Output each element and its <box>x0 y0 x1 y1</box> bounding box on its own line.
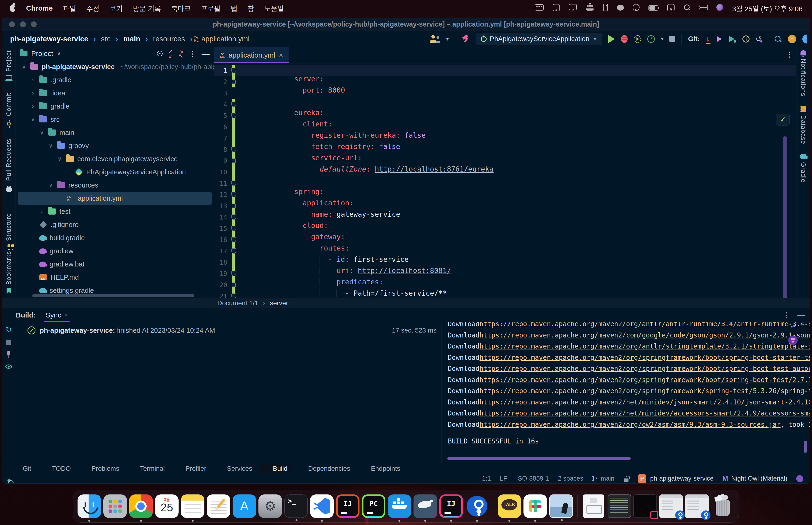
gutter-icon[interactable] <box>231 181 236 186</box>
status-icon[interactable] <box>535 4 544 12</box>
menu-item[interactable]: 수정 <box>87 3 99 13</box>
tree-chevron-icon[interactable]: ∨ <box>39 129 45 136</box>
tool-window-button[interactable]: Services <box>213 464 256 473</box>
breadcrumb-item[interactable]: main <box>123 35 140 43</box>
dock-app-icon[interactable] <box>549 494 573 518</box>
tool-window-button[interactable]: Profiler <box>172 464 211 473</box>
project-horizontal-scrollbar[interactable] <box>32 294 194 297</box>
tool-stripe-gradle[interactable]: Gradle <box>799 154 807 183</box>
unlock-icon[interactable] <box>623 476 629 482</box>
gutter-icon[interactable] <box>231 237 236 242</box>
pin-icon[interactable] <box>6 351 11 358</box>
tree-chevron-icon[interactable]: ∨ <box>57 155 63 162</box>
status-icon[interactable] <box>700 4 707 12</box>
dock-app-icon[interactable] <box>608 494 631 518</box>
menu-item[interactable]: 북마크 <box>171 3 191 13</box>
dock-app-icon[interactable] <box>465 494 489 518</box>
breadcrumb-file[interactable]: application.yml <box>201 35 249 43</box>
locate-file-button[interactable] <box>157 51 163 56</box>
dock-app-icon[interactable]: ⚙ <box>258 494 282 518</box>
document-indicator[interactable]: Document 1/1 <box>217 299 258 307</box>
build-status-project[interactable]: ph-apigateway-service: <box>40 327 115 334</box>
scroll-to-end-button[interactable] <box>788 335 798 345</box>
download-url-link[interactable]: https://repo.maven.apache.org/maven2/org… <box>479 365 810 373</box>
close-tab-icon[interactable]: × <box>65 311 68 319</box>
notification-dot[interactable] <box>796 475 803 482</box>
gutter-icon[interactable] <box>231 214 236 220</box>
status-icon[interactable] <box>569 4 577 13</box>
project-tree-row[interactable]: ∨ com.eleven.phapigatewayservice <box>18 152 212 165</box>
git-update-button[interactable]: ↓ <box>706 35 709 43</box>
menu-item[interactable]: 탭 <box>231 3 237 13</box>
menu-item[interactable]: 방문 기록 <box>133 3 161 13</box>
tree-chevron-icon[interactable]: › <box>30 103 36 109</box>
project-tree-row[interactable]: gradlew.bat <box>18 258 212 271</box>
download-url-link[interactable]: https://repo.maven.apache.org/maven2/org… <box>479 322 810 328</box>
dock-app-icon[interactable] <box>685 494 709 518</box>
dock-app-icon[interactable] <box>577 495 578 518</box>
dock-app-icon[interactable]: >_ <box>284 494 308 518</box>
menu-item[interactable]: 프로필 <box>201 3 220 13</box>
dock-app-icon[interactable] <box>103 494 127 518</box>
tool-window-button[interactable]: Dependencies <box>295 464 354 473</box>
menu-item[interactable]: 창 <box>248 3 254 13</box>
project-tree-row[interactable]: build.gradle <box>18 231 212 244</box>
dock-app-icon[interactable] <box>181 494 204 518</box>
soft-wrap-icon[interactable]: ↩ <box>791 322 795 330</box>
dock-app-icon[interactable] <box>78 494 101 518</box>
dock-app-icon[interactable] <box>414 494 437 518</box>
gutter-icon[interactable] <box>231 271 236 276</box>
tree-chevron-icon[interactable]: ∨ <box>21 63 27 70</box>
editor-tab-application-yml[interactable]: YA ML application.yml × <box>214 47 289 63</box>
download-url-link[interactable]: https://repo.maven.apache.org/maven2/net… <box>479 409 810 417</box>
dock-app-icon[interactable] <box>310 494 334 518</box>
gutter-icon[interactable] <box>231 294 236 298</box>
gutter-icon[interactable] <box>232 204 236 208</box>
build-horizontal-scrollbar[interactable] <box>447 457 631 460</box>
tool-window-button[interactable]: Git <box>9 464 35 473</box>
line-separator[interactable]: LF <box>500 475 507 482</box>
git-branch-widget[interactable]: main <box>592 475 614 482</box>
download-url-link[interactable]: https://repo.maven.apache.org/maven2/org… <box>479 342 810 350</box>
gutter-icon[interactable] <box>231 226 236 231</box>
project-panel-title[interactable]: Project <box>31 49 53 58</box>
run-with-coverage-button[interactable] <box>634 35 641 43</box>
inspections-widget[interactable]: ✓ <box>776 114 790 125</box>
gutter-icon[interactable] <box>232 159 236 163</box>
code-line[interactable]: 21 - id: second-service <box>214 290 796 298</box>
menu-item[interactable]: 파일 <box>63 3 76 13</box>
expand-all-button[interactable]: ↗↙ <box>168 49 173 58</box>
view-options-icon[interactable] <box>5 364 12 369</box>
document-breadcrumb-key[interactable]: server: <box>270 299 290 307</box>
tree-chevron-icon[interactable]: › <box>30 77 36 83</box>
gutter-icon[interactable] <box>231 102 236 107</box>
gutter-icon[interactable] <box>231 249 236 254</box>
status-icon[interactable] <box>648 4 658 12</box>
update-available-button[interactable]: ↑ <box>788 35 796 43</box>
build-output-console[interactable]: Download https://repo.maven.apache.org/m… <box>445 322 810 464</box>
tool-stripe-database[interactable]: Database <box>799 106 807 144</box>
gutter-icon[interactable] <box>231 113 236 118</box>
tool-window-button[interactable]: TODO <box>38 464 75 473</box>
tool-stripe-structure[interactable]: Structure <box>5 213 13 251</box>
breadcrumb-item[interactable]: src <box>101 35 111 43</box>
status-icon[interactable] <box>617 4 624 12</box>
hide-panel-button[interactable]: — <box>202 49 210 58</box>
project-tree-row[interactable]: ∨ src <box>18 113 212 126</box>
theme-widget[interactable]: M Night Owl (Material) <box>722 475 787 482</box>
tool-window-button[interactable]: Problems <box>78 464 123 473</box>
download-url-link[interactable]: https://repo.maven.apache.org/maven2/org… <box>479 376 810 384</box>
run-configuration-select[interactable]: PhApigatewayServiceApplication ▼ <box>476 33 602 45</box>
indent-setting[interactable]: 2 spaces <box>558 475 583 482</box>
chevron-down-icon[interactable]: ▾ <box>446 36 449 42</box>
tool-stripe-pull-requests[interactable]: Pull Requests <box>5 139 13 192</box>
tree-chevron-icon[interactable]: ∨ <box>48 182 54 189</box>
project-tree-row[interactable]: › test <box>18 205 212 218</box>
dock-app-icon[interactable] <box>711 494 734 518</box>
dock-app-icon[interactable]: A <box>233 494 256 518</box>
dock-app-icon[interactable] <box>583 494 604 518</box>
tool-stripe-commit[interactable]: Commit <box>5 93 13 125</box>
debug-button[interactable] <box>621 35 628 43</box>
status-icon[interactable] <box>716 4 723 13</box>
apple-menu-icon[interactable] <box>10 5 16 12</box>
